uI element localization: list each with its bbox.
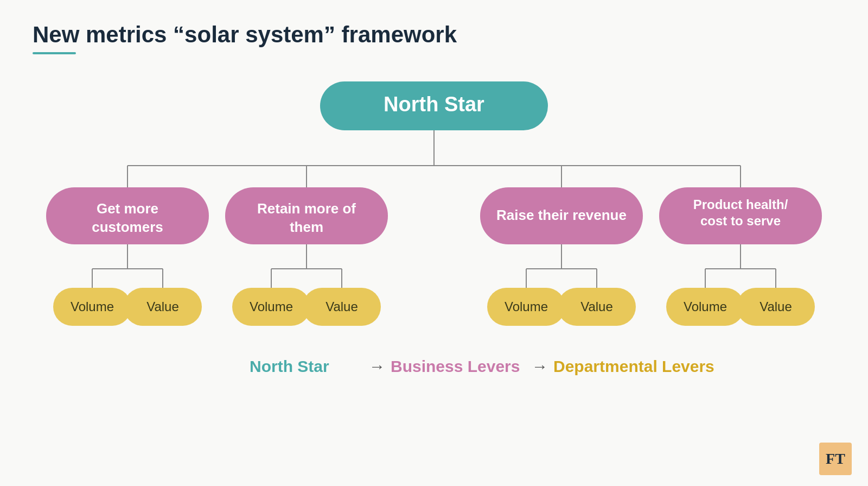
lever1-label: Get more <box>97 200 158 217</box>
svg-text:→: → <box>369 357 385 375</box>
svg-text:→: → <box>532 357 548 375</box>
north-star-label: North Star <box>384 93 484 116</box>
svg-text:customers: customers <box>92 219 163 235</box>
lever4-label: Product health/ <box>693 197 788 212</box>
legend-north-star: North Star <box>250 357 329 375</box>
g3-value: Value <box>580 299 613 314</box>
g3-volume: Volume <box>505 299 548 314</box>
lever3-label: Raise their revenue <box>496 207 627 223</box>
title-section: New metrics “solar system” framework <box>33 22 835 54</box>
svg-text:them: them <box>290 219 323 235</box>
svg-text:cost to serve: cost to serve <box>700 213 781 228</box>
g2-value: Value <box>326 299 358 314</box>
diagram-svg: North Star Get more customers Retain mor… <box>43 71 825 386</box>
title-underline <box>33 52 76 54</box>
lever2-label: Retain more of <box>257 200 356 217</box>
page-container: New metrics “solar system” framework Nor… <box>0 0 868 486</box>
g1-value: Value <box>146 299 179 314</box>
g4-value: Value <box>760 299 792 314</box>
g1-volume: Volume <box>71 299 114 314</box>
ft-logo: FT <box>819 443 852 475</box>
g2-volume: Volume <box>250 299 293 314</box>
page-title: New metrics “solar system” framework <box>33 22 835 48</box>
legend-dept-levers: Departmental Levers <box>553 357 714 375</box>
diagram-container: North Star Get more customers Retain mor… <box>33 71 835 475</box>
g4-volume: Volume <box>684 299 727 314</box>
legend-business-levers: Business Levers <box>391 357 520 375</box>
